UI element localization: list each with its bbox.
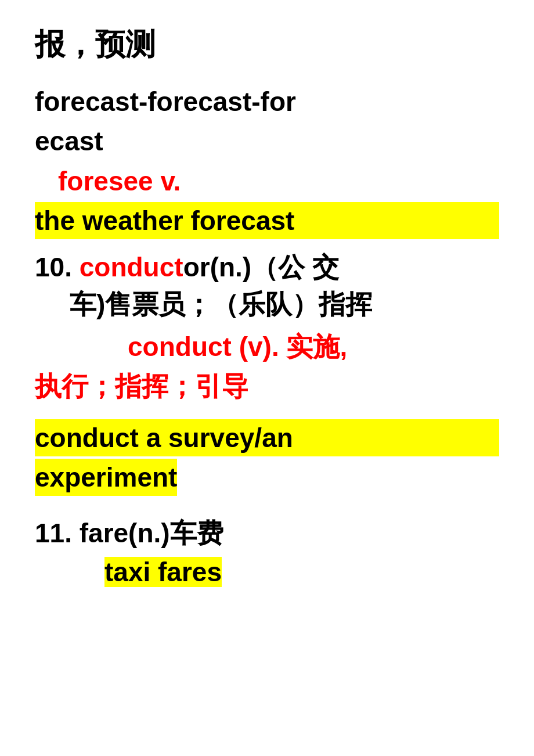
- conduct-verb-line1: conduct (v). 实施,: [128, 328, 499, 365]
- conduct-verb-line2: 执行；指挥；引导: [35, 368, 499, 405]
- conductor-line2: 车)售票员；（乐队）指挥: [70, 286, 499, 323]
- conduct-example-line2: experiment: [35, 459, 177, 496]
- conduct-prefix: conduct: [80, 251, 183, 283]
- item-number-11: 11.: [35, 517, 80, 549]
- forecast-conjugation-line1: forecast-forecast-for: [35, 83, 499, 120]
- fare-text: fare(n.)车费: [80, 516, 223, 552]
- section-forecast: forecast-forecast-for ecast foresee v. t…: [35, 83, 499, 240]
- item-number-10: 10.: [35, 251, 80, 283]
- bao-yuce-text: 报，预测: [35, 23, 499, 66]
- weather-forecast-highlighted: the weather forecast: [35, 202, 499, 239]
- conduct-example-line1: conduct a survey/an: [35, 419, 499, 456]
- foresee-text: foresee v.: [35, 163, 499, 200]
- forecast-conjugation-line2: ecast: [35, 123, 499, 160]
- section-conductor: 10. conductor(n.)（公 交 车)售票员；（乐队）指挥 condu…: [35, 250, 499, 498]
- taxi-fares-highlighted: taxi fares: [104, 557, 222, 587]
- section-fare: 11. fare(n.)车费 taxi fares: [35, 516, 499, 588]
- section-bao-yuce: 报，预测: [35, 23, 499, 66]
- conductor-suffix: or(n.)（公 交: [183, 250, 339, 286]
